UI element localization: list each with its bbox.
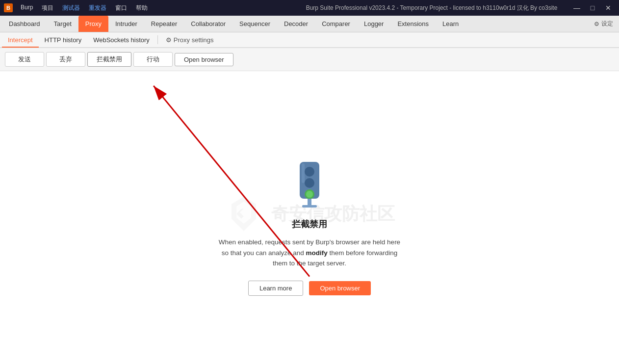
nav-target[interactable]: Target — [47, 16, 78, 32]
intercept-toggle-button[interactable]: 拦截禁用 — [87, 52, 131, 67]
window-controls: — □ ✕ — [570, 3, 615, 13]
send-button[interactable]: 发送 — [5, 52, 44, 67]
sub-nav-divider — [157, 35, 158, 44]
svg-point-4 — [305, 178, 314, 188]
menu-repeater[interactable]: 重发器 — [85, 3, 110, 13]
intercept-desc-line1: When enabled, requests sent by Burp's br… — [219, 238, 400, 246]
center-content: 拦截禁用 When enabled, requests sent by Burp… — [219, 159, 400, 296]
traffic-light-icon — [290, 159, 329, 208]
nav-dashboard[interactable]: Dashboard — [2, 16, 47, 32]
nav-repeater[interactable]: Repeater — [144, 16, 184, 32]
menu-project[interactable]: 项目 — [38, 3, 57, 13]
svg-point-3 — [305, 167, 314, 177]
nav-decoder[interactable]: Decoder — [277, 16, 315, 32]
open-browser-button[interactable]: Open browser — [309, 281, 371, 295]
nav-sequencer[interactable]: Sequencer — [232, 16, 277, 32]
nav-comparer[interactable]: Comparer — [315, 16, 357, 32]
main-nav: Dashboard Target Proxy Intruder Repeater… — [0, 16, 619, 32]
proxy-settings-label: Proxy settings — [174, 36, 214, 44]
settings-button[interactable]: ⚙ 设定 — [590, 18, 617, 30]
nav-learn[interactable]: Learn — [436, 16, 465, 32]
sub-nav: Intercept HTTP history WebSockets histor… — [0, 32, 619, 48]
intercept-desc-line2: so that you can analyze and — [222, 249, 306, 257]
nav-proxy[interactable]: Proxy — [78, 16, 108, 32]
nav-collaborator[interactable]: Collaborator — [184, 16, 232, 32]
app-logo: B — [4, 3, 13, 12]
intercept-desc-line4: them to the target server. — [273, 260, 346, 267]
sub-nav-http-history[interactable]: HTTP history — [39, 33, 88, 48]
menu-window[interactable]: 窗口 — [111, 3, 131, 13]
open-browser-toolbar-button[interactable]: Open browser — [175, 53, 233, 66]
title-bar-menus: Burp 项目 测试器 重发器 窗口 帮助 — [17, 3, 293, 13]
svg-point-6 — [306, 191, 313, 198]
title-bar: B Burp 项目 测试器 重发器 窗口 帮助 Burp Suite Profe… — [0, 0, 619, 16]
proxy-settings-button[interactable]: ⚙ Proxy settings — [160, 34, 220, 46]
svg-rect-7 — [308, 199, 311, 206]
svg-rect-8 — [302, 205, 317, 208]
settings-label: 设定 — [601, 20, 613, 28]
menu-tester[interactable]: 测试器 — [58, 3, 84, 13]
svg-rect-9 — [302, 163, 305, 183]
intercept-desc-line3: them before forwarding — [328, 249, 398, 257]
nav-logger[interactable]: Logger — [357, 16, 390, 32]
menu-burp[interactable]: Burp — [17, 3, 37, 13]
discard-button[interactable]: 丢弃 — [46, 52, 85, 67]
sub-nav-websockets-history[interactable]: WebSockets history — [87, 33, 155, 48]
sub-nav-intercept[interactable]: Intercept — [2, 33, 39, 48]
window-title: Burp Suite Professional v2023.4.2 - Temp… — [293, 4, 570, 12]
minimize-button[interactable]: — — [570, 3, 584, 13]
intercept-description: When enabled, requests sent by Burp's br… — [219, 237, 400, 269]
bottom-buttons: Learn more Open browser — [248, 281, 371, 296]
proxy-settings-icon: ⚙ — [166, 36, 172, 44]
learn-more-button[interactable]: Learn more — [248, 281, 303, 296]
maximize-button[interactable]: □ — [586, 3, 599, 13]
nav-intruder[interactable]: Intruder — [108, 16, 144, 32]
toolbar: 发送 丢弃 拦截禁用 行动 Open browser — [0, 48, 619, 71]
action-button[interactable]: 行动 — [133, 52, 173, 67]
menu-help[interactable]: 帮助 — [132, 3, 152, 13]
content-area: 奇安信攻防社区 拦截禁用 — [0, 71, 619, 364]
intercept-desc-bold: modify — [306, 249, 328, 257]
close-button[interactable]: ✕ — [601, 3, 615, 13]
intercept-disabled-title: 拦截禁用 — [292, 218, 327, 230]
nav-extensions[interactable]: Extensions — [390, 16, 436, 32]
settings-icon: ⚙ — [594, 21, 599, 27]
